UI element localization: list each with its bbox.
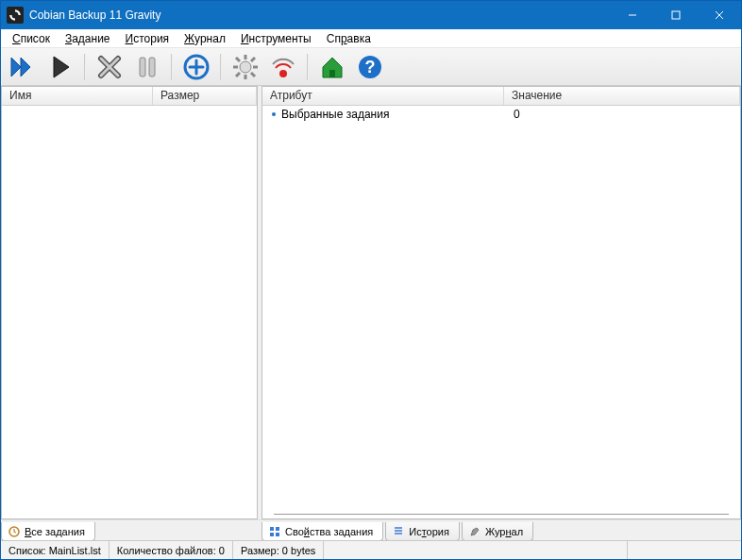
- titlebar: Cobian Backup 11 Gravity: [1, 1, 741, 29]
- svg-rect-0: [672, 11, 680, 19]
- svg-rect-2: [149, 58, 155, 76]
- menu-task[interactable]: Задание: [58, 30, 118, 47]
- window-title: Cobian Backup 11 Gravity: [29, 8, 611, 22]
- status-count: Количество файлов: 0: [110, 541, 233, 559]
- main-area: Имя Размер Атрибут Значение Выбранные за…: [1, 86, 741, 519]
- toolbar-separator: [307, 54, 309, 80]
- add-task-button[interactable]: [180, 51, 212, 83]
- property-row[interactable]: Выбранные задания 0: [262, 106, 740, 123]
- svg-rect-11: [276, 527, 279, 531]
- svg-rect-1: [140, 58, 145, 76]
- column-name[interactable]: Имя: [2, 87, 153, 105]
- left-column-headers: Имя Размер: [2, 87, 257, 106]
- remote-button[interactable]: [267, 51, 299, 83]
- run-button[interactable]: [44, 51, 76, 83]
- properties-panel: Атрибут Значение Выбранные задания 0: [261, 86, 741, 519]
- toolbar: ?: [1, 48, 741, 86]
- status-spacer: [324, 541, 628, 559]
- toolbar-separator: [171, 54, 173, 80]
- settings-button[interactable]: [229, 51, 261, 83]
- menubar: Список Задание История Журнал Инструмент…: [1, 29, 741, 48]
- column-size[interactable]: Размер: [153, 87, 257, 105]
- column-attribute[interactable]: Атрибут: [262, 87, 504, 105]
- tabs-zone: Все задания Свойства задания История Жур…: [1, 519, 741, 540]
- run-all-button[interactable]: [7, 51, 39, 83]
- toolbar-separator: [220, 54, 222, 80]
- tab-history[interactable]: История: [385, 522, 460, 541]
- clock-icon: [8, 525, 21, 538]
- pause-button[interactable]: [131, 51, 163, 83]
- column-value[interactable]: Значение: [504, 87, 740, 105]
- home-button[interactable]: [316, 51, 348, 83]
- help-button[interactable]: ?: [354, 51, 386, 83]
- minimize-button[interactable]: [611, 1, 654, 29]
- app-icon: [7, 7, 24, 24]
- tab-all-tasks[interactable]: Все задания: [1, 522, 95, 541]
- scroll-hint: [274, 514, 729, 515]
- svg-rect-13: [276, 533, 279, 536]
- svg-rect-6: [329, 70, 335, 77]
- close-button[interactable]: [698, 1, 741, 29]
- menu-help[interactable]: Справка: [319, 30, 379, 47]
- bullet-icon: [272, 112, 276, 116]
- menu-list[interactable]: Список: [5, 30, 58, 47]
- svg-point-4: [240, 61, 251, 73]
- property-value: 0: [514, 108, 740, 121]
- status-list: Список: MainList.lst: [1, 541, 110, 559]
- menu-log[interactable]: Журнал: [177, 30, 233, 47]
- status-right: [628, 541, 741, 559]
- task-list-body[interactable]: [2, 106, 257, 518]
- grid-icon: [268, 525, 281, 538]
- tab-properties[interactable]: Свойства задания: [261, 522, 383, 541]
- svg-point-5: [279, 70, 287, 77]
- left-tabs: Все задания: [1, 520, 261, 541]
- svg-text:?: ?: [365, 58, 376, 76]
- task-list-panel: Имя Размер: [1, 86, 258, 519]
- properties-body[interactable]: Выбранные задания 0: [262, 106, 740, 518]
- svg-rect-10: [270, 527, 274, 531]
- pen-icon: [468, 525, 481, 538]
- property-attribute: Выбранные задания: [281, 108, 514, 121]
- tab-log[interactable]: Журнал: [462, 522, 533, 541]
- maximize-button[interactable]: [654, 1, 698, 29]
- right-column-headers: Атрибут Значение: [262, 87, 740, 106]
- status-size: Размер: 0 bytes: [233, 541, 324, 559]
- toolbar-separator: [84, 54, 86, 80]
- right-tabs: Свойства задания История Журнал: [261, 520, 741, 541]
- statusbar: Список: MainList.lst Количество файлов: …: [1, 540, 741, 559]
- svg-rect-12: [270, 533, 274, 536]
- menu-history[interactable]: История: [118, 30, 177, 47]
- menu-tools[interactable]: Инструменты: [233, 30, 319, 47]
- abort-button[interactable]: [93, 51, 126, 83]
- list-icon: [392, 525, 405, 538]
